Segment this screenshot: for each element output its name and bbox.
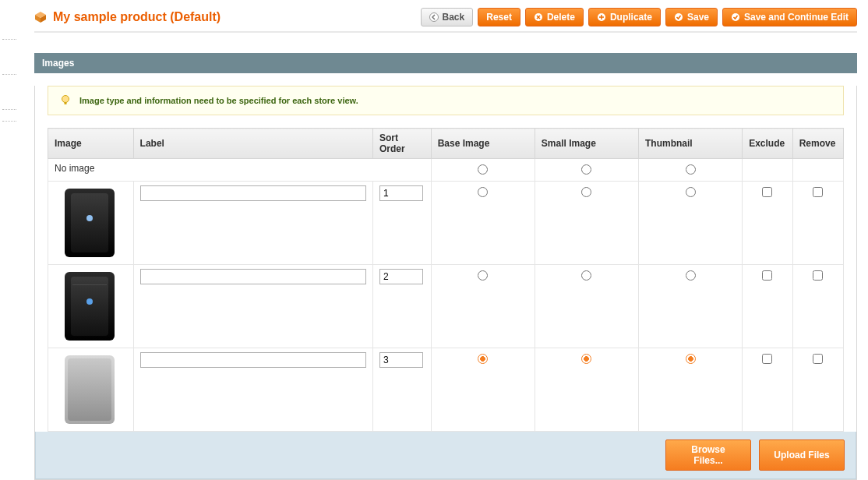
image-thumbnail[interactable]: [55, 185, 125, 260]
action-buttons: Back Reset Delete Duplicate Save Save an…: [421, 8, 857, 26]
sort-order-input[interactable]: [379, 352, 423, 368]
notice-text: Image type and information need to be sp…: [79, 96, 358, 105]
page-title: My sample product (Default): [53, 10, 221, 24]
back-button[interactable]: Back: [421, 8, 474, 26]
svg-point-3: [429, 13, 438, 22]
small-image-radio[interactable]: [581, 270, 591, 281]
back-arrow-icon: [429, 12, 439, 22]
svg-rect-9: [65, 102, 67, 104]
table-row: [48, 348, 844, 432]
thumbnail-radio[interactable]: [686, 354, 696, 364]
svg-point-7: [732, 13, 739, 21]
col-sort-order: Sort Order: [372, 129, 431, 159]
section-header: Images: [34, 53, 857, 73]
no-image-row: No image: [48, 159, 844, 182]
delete-button[interactable]: Delete: [525, 8, 584, 26]
remove-checkbox[interactable]: [813, 354, 823, 364]
thumb-none-radio[interactable]: [686, 164, 696, 175]
upload-files-button[interactable]: Upload Files: [759, 439, 845, 471]
svg-point-8: [62, 96, 69, 103]
lightbulb-icon: [59, 94, 72, 107]
remove-checkbox[interactable]: [813, 187, 823, 197]
delete-icon: [534, 12, 543, 22]
base-image-radio[interactable]: [478, 270, 488, 281]
label-input[interactable]: [140, 269, 366, 284]
exclude-checkbox[interactable]: [762, 187, 772, 197]
label-input[interactable]: [140, 185, 366, 201]
duplicate-label: Duplicate: [610, 12, 652, 23]
col-remove: Remove: [792, 129, 843, 159]
browse-files-button[interactable]: Browse Files...: [665, 439, 751, 471]
duplicate-icon: [597, 12, 606, 22]
reset-label: Reset: [486, 12, 512, 23]
col-base-image: Base Image: [431, 129, 535, 159]
small-image-radio[interactable]: [581, 187, 591, 197]
small-none-radio[interactable]: [581, 164, 591, 175]
duplicate-button[interactable]: Duplicate: [588, 8, 661, 26]
save-continue-icon: [731, 12, 740, 22]
label-input[interactable]: [140, 352, 366, 368]
col-thumbnail: Thumbnail: [638, 129, 742, 159]
sort-order-input[interactable]: [379, 185, 423, 201]
upload-footer: Browse Files... Upload Files: [35, 432, 856, 479]
small-image-radio[interactable]: [581, 354, 591, 364]
back-label: Back: [443, 12, 465, 23]
no-image-cell: No image: [48, 159, 432, 182]
thumbnail-radio[interactable]: [686, 270, 696, 281]
sort-order-input[interactable]: [379, 269, 423, 284]
col-small-image: Small Image: [535, 129, 638, 159]
remove-checkbox[interactable]: [813, 270, 823, 281]
delete-label: Delete: [547, 12, 575, 23]
col-label: Label: [133, 129, 372, 159]
images-table: Image Label Sort Order Base Image Small …: [48, 128, 844, 432]
save-label: Save: [687, 12, 709, 23]
image-thumbnail[interactable]: [55, 269, 125, 344]
base-none-radio[interactable]: [478, 164, 488, 175]
save-icon: [674, 12, 683, 22]
info-notice: Image type and information need to be sp…: [48, 86, 844, 115]
table-row: [48, 265, 844, 348]
section-title: Images: [42, 58, 74, 69]
col-image: Image: [48, 129, 134, 159]
col-exclude: Exclude: [743, 129, 793, 159]
save-button[interactable]: Save: [665, 8, 718, 26]
sidebar-tree-guides: [0, 0, 16, 480]
base-image-radio[interactable]: [478, 354, 488, 364]
thumbnail-radio[interactable]: [686, 187, 696, 197]
table-row: [48, 182, 844, 265]
exclude-checkbox[interactable]: [762, 354, 772, 364]
save-continue-label: Save and Continue Edit: [744, 12, 849, 23]
base-image-radio[interactable]: [478, 187, 488, 197]
exclude-checkbox[interactable]: [762, 270, 772, 281]
image-thumbnail[interactable]: [55, 352, 125, 427]
reset-button[interactable]: Reset: [478, 8, 520, 26]
svg-point-6: [675, 13, 683, 21]
save-continue-button[interactable]: Save and Continue Edit: [722, 8, 857, 26]
product-icon: [34, 11, 47, 23]
